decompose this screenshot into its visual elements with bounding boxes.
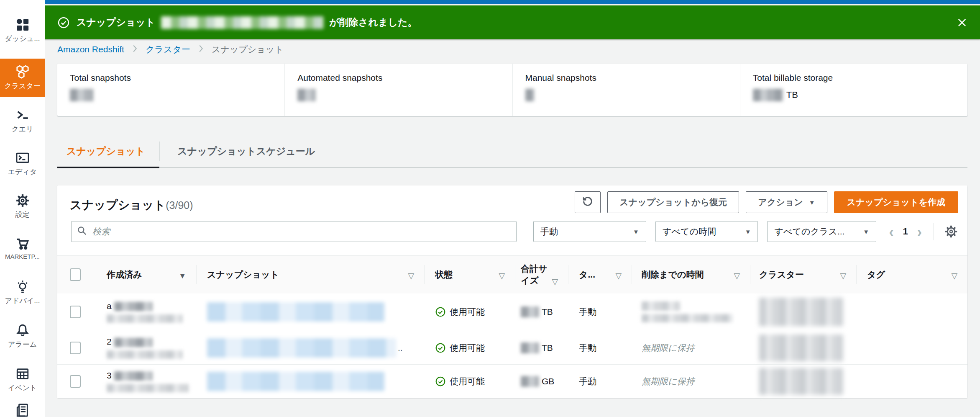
table-row[interactable]: 2 .. 使用可能 TB 手動 無期限に保持 — [57, 331, 967, 364]
size-unit: TB — [542, 343, 553, 353]
top-nav-strip — [45, 0, 980, 4]
column-header-retention[interactable]: 削除までの時間▽ — [632, 256, 750, 293]
column-header-snapshot[interactable]: スナップショット▽ — [196, 256, 424, 293]
redacted-created-time — [107, 384, 189, 392]
chevron-right-icon — [132, 44, 138, 55]
stat-label: Manual snapshots — [525, 73, 740, 83]
retention-text: 無期限に保持 — [642, 376, 695, 387]
redacted-cluster-name — [759, 335, 843, 361]
page-previous-icon[interactable]: ‹ — [889, 224, 893, 239]
search-input[interactable] — [92, 226, 511, 237]
page-next-icon[interactable]: › — [917, 224, 922, 239]
redacted-size-value — [521, 376, 539, 387]
sidebar-item-alarms[interactable]: アラーム — [0, 323, 45, 349]
refresh-icon — [581, 195, 594, 210]
retention-text: 無期限に保持 — [642, 342, 695, 354]
column-filter-icon[interactable]: ▽ — [408, 271, 414, 281]
redacted-value — [297, 89, 316, 101]
breadcrumb-link-redshift[interactable]: Amazon Redshift — [57, 44, 124, 54]
stat-label: Total billable storage — [753, 73, 967, 83]
column-header-tags[interactable]: タグ▽ — [856, 256, 967, 293]
clusters-icon — [15, 65, 30, 79]
row-checkbox[interactable] — [70, 306, 81, 318]
tab-bar: スナップショット スナップショットスケジュール — [57, 135, 967, 168]
redacted-value — [525, 89, 535, 101]
redacted-created-date — [114, 302, 153, 311]
success-flashbar: スナップショット が削除されました。 — [45, 5, 980, 39]
panel-count: (3/90) — [166, 199, 193, 211]
redacted-created-date — [114, 338, 153, 347]
search-input-wrapper — [71, 221, 517, 242]
table-row[interactable]: 3 使用可能 GB 手動 無期限に保持 — [57, 364, 967, 398]
sidebar-item-queries[interactable]: クエリ — [0, 108, 45, 134]
flashbar-message-prefix: スナップショット — [77, 16, 155, 29]
status-text: 使用可能 — [450, 306, 485, 318]
sidebar-item-marketplace[interactable]: MARKETP... — [0, 237, 45, 260]
snapshot-type: 手動 — [579, 342, 596, 354]
breadcrumb: Amazon Redshift クラスター スナップショット — [57, 44, 284, 55]
redacted-snapshot-link[interactable] — [207, 372, 384, 391]
column-filter-icon[interactable]: ▽ — [552, 277, 558, 286]
row-checkbox[interactable] — [70, 342, 81, 354]
document-icon — [15, 403, 30, 417]
stat-label: Total snapshots — [70, 73, 284, 83]
sidebar-item-advisor[interactable]: アドバイ... — [0, 280, 45, 306]
column-filter-icon[interactable]: ▽ — [615, 271, 622, 281]
queries-icon — [15, 108, 30, 122]
tab-snapshots[interactable]: スナップショット — [57, 135, 159, 167]
snapshot-stats-card: Total snapshots Automated snapshots Manu… — [57, 64, 967, 116]
sidebar-item-label: ダッシュ... — [5, 34, 40, 44]
close-icon[interactable] — [955, 15, 969, 30]
caret-down-icon: ▼ — [633, 229, 639, 235]
status-available-icon — [435, 306, 446, 317]
tab-snapshot-schedules[interactable]: スナップショットスケジュール — [160, 135, 333, 167]
redacted-retention-date — [642, 301, 680, 311]
redacted-value — [70, 89, 93, 101]
sidebar-item-dashboard[interactable]: ダッシュ... — [0, 18, 45, 44]
column-filter-icon[interactable]: ▽ — [734, 271, 740, 281]
breadcrumb-link-clusters[interactable]: クラスター — [146, 44, 190, 55]
column-filter-icon[interactable]: ▽ — [499, 271, 505, 281]
sidebar: ダッシュ... クラスター クエリ エディタ 設定 MARKETP... アドバ… — [0, 0, 45, 417]
select-all-checkbox[interactable] — [70, 268, 81, 281]
sidebar-item-label: 設定 — [15, 210, 30, 219]
create-snapshot-button[interactable]: スナップショットを作成 — [834, 191, 958, 213]
time-range-filter[interactable]: すべての時間▼ — [655, 221, 758, 242]
dashboard-icon — [15, 18, 30, 32]
refresh-button[interactable] — [575, 191, 601, 213]
redacted-snapshot-link[interactable] — [207, 338, 396, 358]
actions-button[interactable]: アクション▼ — [746, 191, 827, 213]
panel-title: スナップショット(3/90) — [70, 197, 193, 213]
success-check-icon — [57, 16, 70, 29]
column-header-status[interactable]: 状態▽ — [424, 256, 515, 293]
table-row[interactable]: a 使用可能 TB 手動 — [57, 293, 967, 330]
calendar-grid-icon — [15, 367, 30, 381]
column-filter-icon[interactable]: ▽ — [951, 271, 957, 281]
cluster-filter[interactable]: すべてのクラス...▼ — [767, 221, 876, 242]
restore-from-snapshot-button[interactable]: スナップショットから復元 — [607, 191, 739, 213]
status-text: 使用可能 — [450, 376, 485, 387]
column-filter-icon[interactable]: ▽ — [840, 271, 846, 281]
table-settings-gear-icon[interactable] — [944, 224, 958, 239]
caret-down-icon: ▼ — [863, 229, 869, 235]
chevron-right-icon — [198, 44, 204, 55]
column-header-type[interactable]: タ...▽ — [568, 256, 632, 293]
redacted-size-value — [521, 306, 539, 317]
column-header-cluster[interactable]: クラスター▽ — [750, 256, 856, 293]
snapshot-type-filter[interactable]: 手動▼ — [533, 221, 646, 242]
sidebar-item-docs[interactable] — [0, 403, 45, 417]
row-checkbox[interactable] — [70, 375, 81, 388]
column-header-size[interactable]: 合計サイズ▽ — [515, 256, 568, 293]
sidebar-item-settings[interactable]: 設定 — [0, 193, 45, 219]
created-prefix: 2 — [107, 337, 112, 346]
column-header-created[interactable]: 作成済み▼ — [96, 256, 196, 293]
redacted-snapshot-link[interactable] — [207, 302, 384, 322]
stat-total-billable-storage: Total billable storage TB — [740, 64, 967, 116]
sidebar-item-clusters[interactable]: クラスター — [0, 59, 45, 97]
sidebar-item-editor[interactable]: エディタ — [0, 151, 45, 177]
redacted-size-value — [521, 342, 539, 353]
page-number[interactable]: 1 — [903, 226, 908, 237]
snapshots-panel: スナップショット(3/90) スナップショットから復元 アクション▼ スナップシ… — [57, 185, 967, 398]
sidebar-item-events[interactable]: イベント — [0, 367, 45, 393]
sort-descending-icon[interactable]: ▼ — [179, 272, 186, 281]
